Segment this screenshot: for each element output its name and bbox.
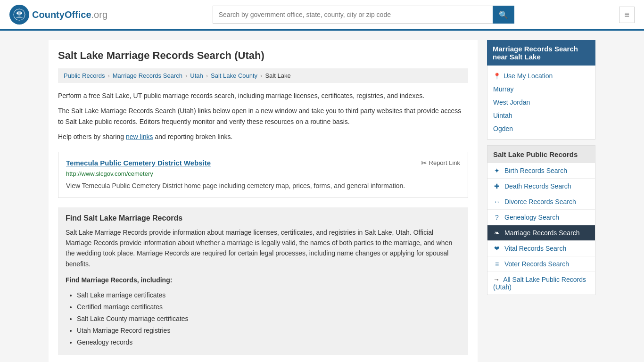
voter-icon: ≡ <box>493 260 501 268</box>
sidebar: Marriage Records Search near Salt Lake 📍… <box>487 40 595 362</box>
birth-icon: ✦ <box>493 167 501 174</box>
marriage-icon: ❧ <box>493 229 501 237</box>
link-card-header: Temecula Public Cemetery District Websit… <box>66 159 460 167</box>
sidebar-item-voter-records[interactable]: ≡ Voter Records Search <box>487 256 595 272</box>
logo-wordmark: CountyOffice.org <box>32 9 107 20</box>
list-item: Salt Lake marriage certificates <box>77 289 461 301</box>
find-section-title: Find Salt Lake Marriage Records <box>66 214 461 222</box>
sidebar-item-divorce-records[interactable]: ↔ Divorce Records Search <box>487 194 595 210</box>
sidebar-public-records-title: Salt Lake Public Records <box>487 146 595 163</box>
death-icon: ✚ <box>493 182 501 190</box>
sidebar-near-items: 📍 Use My Location Murray West Jordan Uin… <box>487 66 595 140</box>
page-container: Salt Lake Marriage Records Search (Utah)… <box>39 31 605 362</box>
sidebar-near-section: Marriage Records Search near Salt Lake 📍… <box>487 40 595 140</box>
near-item-west-jordan[interactable]: West Jordan <box>487 96 595 109</box>
list-item: Genealogy records <box>77 337 461 348</box>
breadcrumb-public-records[interactable]: Public Records <box>64 72 105 79</box>
breadcrumb-salt-lake-county[interactable]: Salt Lake County <box>211 72 257 79</box>
intro-paragraph-2: The Salt Lake Marriage Records Search (U… <box>58 106 468 127</box>
list-item: Certified marriage certificates <box>77 301 461 313</box>
logo[interactable]: CountyOffice.org <box>9 5 107 25</box>
find-section-body: Salt Lake Marriage Records provide infor… <box>66 227 461 270</box>
link-description: View Temecula Public Cemetery District h… <box>66 181 460 191</box>
list-item: Salt Lake County marriage certificates <box>77 313 461 325</box>
sidebar-item-death-records[interactable]: ✚ Death Records Search <box>487 179 595 194</box>
link-card: Temecula Public Cemetery District Websit… <box>58 152 468 198</box>
site-header: CountyOffice.org 🔍 ≡ <box>0 0 644 31</box>
sidebar-item-marriage-records[interactable]: ❧ Marriage Records Search <box>487 225 595 241</box>
list-item: Utah Marriage Record registries <box>77 325 461 337</box>
near-item-ogden[interactable]: Ogden <box>487 122 595 135</box>
sidebar-all-records-link[interactable]: → All Salt Lake Public Records (Utah) <box>487 272 595 295</box>
scissors-icon: ✂ <box>421 159 427 167</box>
menu-button[interactable]: ≡ <box>619 7 635 23</box>
svg-point-3 <box>20 12 22 14</box>
all-records-anchor[interactable]: All Salt Lake Public Records (Utah) <box>493 276 586 291</box>
arrow-right-icon: → <box>493 276 500 283</box>
search-button[interactable]: 🔍 <box>493 6 514 24</box>
find-records-subtitle: Find Marriage Records, including: <box>66 275 461 285</box>
breadcrumb-marriage-records-search[interactable]: Marriage Records Search <box>113 72 182 79</box>
use-my-location-item[interactable]: 📍 Use My Location <box>487 69 595 82</box>
hamburger-icon: ≡ <box>624 10 629 19</box>
sidebar-near-title: Marriage Records Search near Salt Lake <box>487 40 595 66</box>
breadcrumb-salt-lake: Salt Lake <box>265 72 290 79</box>
near-item-uintah[interactable]: Uintah <box>487 109 595 122</box>
report-link-button[interactable]: ✂ Report Link <box>421 159 460 167</box>
vital-icon: ❤ <box>493 245 501 252</box>
search-icon: 🔍 <box>499 11 508 19</box>
new-links-link[interactable]: new links <box>126 133 153 140</box>
sidebar-public-records: Salt Lake Public Records ✦ Birth Records… <box>487 145 595 295</box>
sidebar-item-genealogy[interactable]: ? Genealogy Search <box>487 210 595 225</box>
find-records-list: Salt Lake marriage certificates Certifie… <box>66 289 461 349</box>
svg-point-2 <box>17 12 18 14</box>
near-item-murray[interactable]: Murray <box>487 82 595 96</box>
logo-icon <box>9 5 29 25</box>
page-title: Salt Lake Marriage Records Search (Utah) <box>58 49 468 62</box>
location-pin-icon: 📍 <box>493 73 501 80</box>
intro-paragraph-1: Perform a free Salt Lake, UT public marr… <box>58 90 468 101</box>
breadcrumb: Public Records › Marriage Records Search… <box>58 68 468 83</box>
sidebar-item-vital-records[interactable]: ❤ Vital Records Search <box>487 241 595 256</box>
link-url[interactable]: http://www.slcgov.com/cemetery <box>66 170 460 177</box>
sidebar-item-birth-records[interactable]: ✦ Birth Records Search <box>487 163 595 179</box>
main-content: Salt Lake Marriage Records Search (Utah)… <box>49 40 478 362</box>
search-form: 🔍 <box>213 6 514 24</box>
breadcrumb-utah[interactable]: Utah <box>190 72 203 79</box>
link-card-title[interactable]: Temecula Public Cemetery District Websit… <box>66 159 211 167</box>
genealogy-icon: ? <box>493 214 501 221</box>
divorce-icon: ↔ <box>493 198 501 206</box>
search-input[interactable] <box>213 6 493 24</box>
find-section: Find Salt Lake Marriage Records Salt Lak… <box>58 207 468 355</box>
intro-paragraph-3: Help others by sharing new links and rep… <box>58 132 468 142</box>
